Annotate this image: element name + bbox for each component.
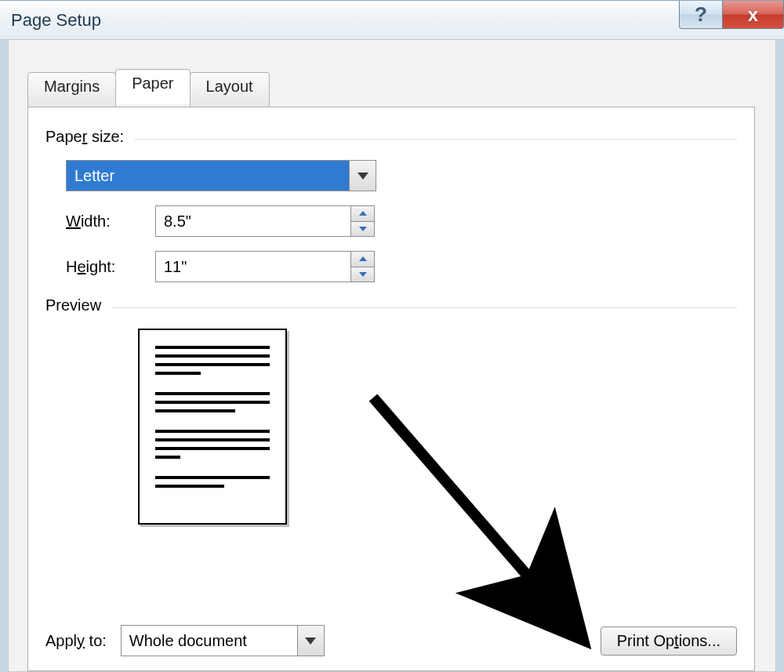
width-spinner[interactable]: 8.5" — [155, 205, 375, 237]
preview-section: Preview — [45, 296, 737, 314]
tab-strip: Margins Paper Layout — [27, 69, 269, 104]
dialog-client: Margins Paper Layout Paper size: Letter … — [8, 40, 776, 672]
width-spin-buttons — [350, 206, 374, 236]
apply-to-dropdown-button[interactable] — [297, 626, 324, 656]
help-button[interactable]: ? — [679, 1, 723, 29]
height-spinner[interactable]: 11" — [155, 251, 375, 282]
preview-page — [138, 329, 287, 525]
svg-line-0 — [373, 398, 577, 633]
caret-up-icon — [359, 256, 367, 261]
close-icon: x — [748, 4, 758, 26]
paper-size-value: Letter — [67, 161, 349, 191]
title-bar: Page Setup ? x — [0, 0, 784, 40]
height-up-button[interactable] — [351, 252, 374, 267]
print-options-button[interactable]: Print Options... — [601, 627, 737, 656]
paper-size-dropdown-button[interactable] — [349, 161, 376, 191]
caret-down-icon — [359, 272, 367, 277]
caret-down-icon — [359, 227, 367, 231]
paper-size-combo[interactable]: Letter — [66, 160, 376, 191]
divider — [135, 139, 737, 140]
height-spin-buttons — [350, 252, 374, 282]
divider — [112, 307, 737, 308]
paper-size-label: Paper size: — [45, 128, 124, 146]
apply-to-value: Whole document — [122, 626, 297, 656]
tab-paper[interactable]: Paper — [115, 69, 190, 104]
tab-panel-paper: Paper size: Letter Width: 8.5" Height: 1 — [27, 107, 755, 671]
paper-size-row: Letter — [66, 160, 754, 191]
width-down-button[interactable] — [351, 221, 374, 237]
footer-row: Apply to: Whole document Print Options..… — [45, 625, 737, 656]
annotation-arrow — [358, 382, 624, 656]
width-row: Width: 8.5" — [66, 205, 754, 237]
apply-to-combo[interactable]: Whole document — [121, 625, 325, 656]
tab-layout[interactable]: Layout — [190, 72, 270, 107]
window-buttons: ? x — [679, 1, 784, 29]
height-row: Height: 11" — [66, 251, 754, 282]
chevron-down-icon — [358, 173, 368, 180]
height-down-button[interactable] — [351, 267, 374, 282]
width-label: Width: — [66, 212, 155, 231]
apply-to-label: Apply to: — [45, 632, 107, 650]
width-value[interactable]: 8.5" — [156, 206, 350, 236]
tab-margins[interactable]: Margins — [27, 72, 116, 107]
paper-size-section: Paper size: — [45, 128, 737, 146]
close-button[interactable]: x — [723, 1, 784, 29]
height-value[interactable]: 11" — [156, 252, 350, 282]
help-icon: ? — [695, 2, 707, 27]
width-up-button[interactable] — [351, 206, 374, 221]
height-label: Height: — [66, 258, 155, 276]
chevron-down-icon — [305, 637, 316, 645]
preview-label: Preview — [45, 296, 101, 314]
caret-up-icon — [359, 211, 367, 216]
window-title: Page Setup — [11, 10, 101, 31]
